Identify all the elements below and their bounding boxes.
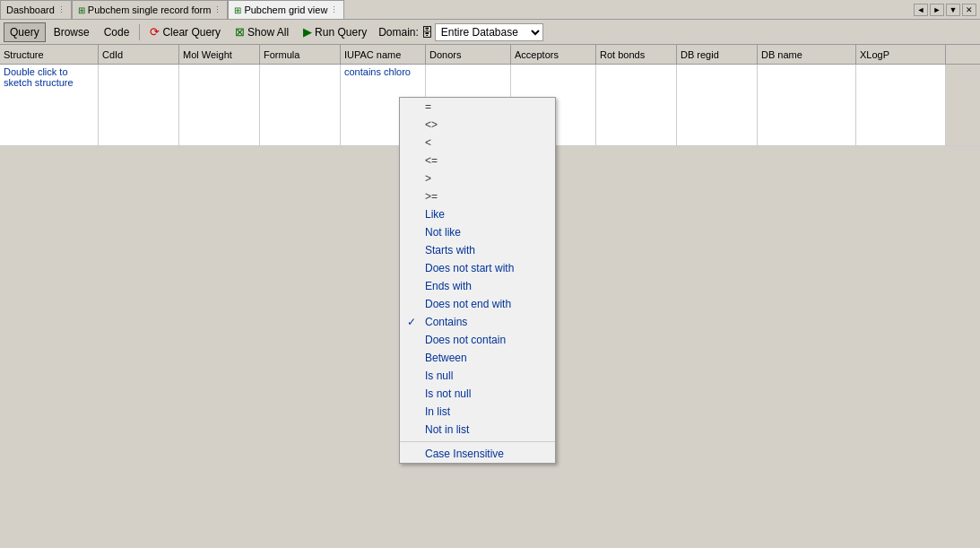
dashboard-tab-sep: ⋮ xyxy=(57,5,65,14)
dropdown-item-starts-with[interactable]: Starts with xyxy=(400,241,555,259)
cell-molweight xyxy=(179,65,260,145)
col-header-acceptors: Acceptors xyxy=(511,45,596,64)
dropdown-item-neq[interactable]: <> xyxy=(400,116,555,134)
show-all-icon: ⊠ xyxy=(235,25,245,39)
win-close-btn[interactable]: ✕ xyxy=(962,4,976,16)
cell-rotbonds xyxy=(596,65,677,145)
title-bar: Dashboard ⋮ ⊞ Pubchem single record form… xyxy=(0,0,980,20)
dropdown-item-is-not-null[interactable]: Is not null xyxy=(400,385,555,403)
dropdown-item-gt[interactable]: > xyxy=(400,170,555,187)
win-next-btn[interactable]: ► xyxy=(930,4,944,16)
col-header-iupac: IUPAC name xyxy=(341,45,426,64)
dropdown-item-like[interactable]: Like xyxy=(400,205,555,223)
col-header-formula: Formula xyxy=(260,45,341,64)
dropdown-item-does-not-end-with[interactable]: Does not end with xyxy=(400,295,555,313)
dropdown-separator xyxy=(400,441,555,442)
dropdown-item-does-not-contain[interactable]: Does not contain xyxy=(400,331,555,349)
run-query-label: Run Query xyxy=(315,26,367,39)
col-header-dbregid: DB regid xyxy=(677,45,758,64)
col-header-donors: Donors xyxy=(426,45,511,64)
dropdown-item-lte[interactable]: <= xyxy=(400,152,555,170)
dropdown-item-does-not-start-with[interactable]: Does not start with xyxy=(400,259,555,277)
run-query-button[interactable]: ▶ Run Query xyxy=(297,22,373,42)
dropdown-overlay: = <> < <= > >= Like Not like Starts with… xyxy=(399,97,556,464)
dropdown-item-case-insensitive[interactable]: Case Insensitive xyxy=(400,445,555,463)
clear-query-label: Clear Query xyxy=(162,26,221,39)
iupac-input[interactable] xyxy=(344,66,421,77)
col-header-structure: Structure xyxy=(0,45,99,64)
col-header-molweight: Mol Weight xyxy=(179,45,260,64)
col-header-rotbonds: Rot bonds xyxy=(596,45,677,64)
browse-label: Browse xyxy=(54,26,90,39)
code-label: Code xyxy=(104,26,130,39)
dropdown-item-not-in-list[interactable]: Not in list xyxy=(400,421,555,439)
win-down-btn[interactable]: ▼ xyxy=(946,4,960,16)
cell-dbregid xyxy=(677,65,758,145)
single-record-label: Pubchem single record form xyxy=(88,4,212,15)
run-query-icon: ▶ xyxy=(303,25,312,39)
single-record-sep: ⋮ xyxy=(213,5,221,14)
dashboard-tab-label: Dashboard xyxy=(6,4,55,15)
dropdown-item-lt[interactable]: < xyxy=(400,134,555,152)
dropdown-item-contains[interactable]: Contains xyxy=(400,313,555,331)
dropdown-item-between[interactable]: Between xyxy=(400,349,555,367)
col-header-dbname: DB name xyxy=(758,45,856,64)
code-button[interactable]: Code xyxy=(98,22,136,42)
tab-grid-view[interactable]: ⊞ Pubchem grid view ⋮ xyxy=(228,0,344,19)
dropdown-item-is-null[interactable]: Is null xyxy=(400,367,555,385)
show-all-label: Show All xyxy=(247,26,289,39)
tab-dashboard[interactable]: Dashboard ⋮ xyxy=(0,0,72,19)
query-button[interactable]: Query xyxy=(4,22,46,42)
dropdown-item-gte[interactable]: >= xyxy=(400,187,555,205)
domain-dropdown[interactable]: Entire Database Selected Records Current… xyxy=(435,23,543,41)
dropdown-item-in-list[interactable]: In list xyxy=(400,403,555,421)
dropdown-item-not-like[interactable]: Not like xyxy=(400,223,555,241)
win-prev-btn[interactable]: ◄ xyxy=(914,4,928,16)
window-controls: ◄ ► ▼ ✕ xyxy=(910,0,980,19)
cell-cdid xyxy=(99,65,179,145)
database-icon: 🗄 xyxy=(421,25,433,39)
clear-query-button[interactable]: ⟳ Clear Query xyxy=(143,22,227,42)
grid-view-sep: ⋮ xyxy=(330,5,338,14)
show-all-button[interactable]: ⊠ Show All xyxy=(229,22,295,42)
cell-xlogp xyxy=(856,65,946,145)
cell-formula xyxy=(260,65,341,145)
query-label: Query xyxy=(10,26,39,39)
domain-label: Domain: xyxy=(378,26,419,39)
single-record-icon: ⊞ xyxy=(78,5,85,15)
dropdown-item-ends-with[interactable]: Ends with xyxy=(400,277,555,295)
operator-dropdown-menu: = <> < <= > >= Like Not like Starts with… xyxy=(399,97,556,464)
cell-dbname xyxy=(758,65,856,145)
dropdown-item-eq[interactable]: = xyxy=(400,98,555,116)
grid-header: Structure CdId Mol Weight Formula IUPAC … xyxy=(0,45,980,65)
toolbar: Query Browse Code ⟳ Clear Query ⊠ Show A… xyxy=(0,20,980,45)
sep-1 xyxy=(139,24,140,40)
clear-query-icon: ⟳ xyxy=(150,25,160,39)
grid-view-label: Pubchem grid view xyxy=(244,4,327,15)
col-header-xlogp: XLogP xyxy=(856,45,946,64)
structure-sketch-text[interactable]: Double click to sketch structure xyxy=(4,66,94,88)
domain-select-container: 🗄 Entire Database Selected Records Curre… xyxy=(421,23,543,41)
browse-button[interactable]: Browse xyxy=(48,22,96,42)
cell-structure[interactable]: Double click to sketch structure xyxy=(0,65,99,145)
grid-view-icon: ⊞ xyxy=(234,5,241,15)
tab-single-record[interactable]: ⊞ Pubchem single record form ⋮ xyxy=(72,0,229,19)
col-header-cdid: CdId xyxy=(99,45,179,64)
